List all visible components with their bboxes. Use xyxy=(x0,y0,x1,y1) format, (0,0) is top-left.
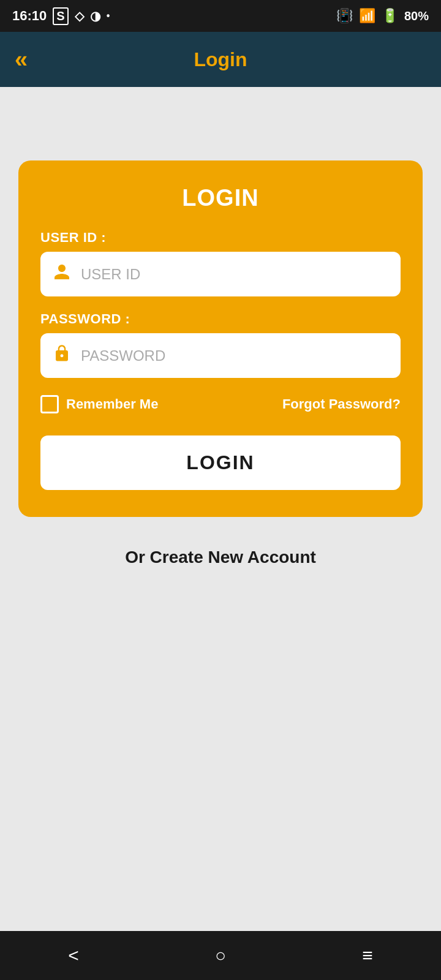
nav-back-button[interactable]: < xyxy=(68,945,79,966)
nav-menu-button[interactable]: ≡ xyxy=(362,945,373,966)
status-left: 16:10 S ◇ ◑ • xyxy=(12,7,110,25)
password-input[interactable] xyxy=(81,347,388,364)
main-content: LOGIN USER ID : PASSWORD : xyxy=(0,87,441,931)
diamond-icon: ◇ xyxy=(75,9,84,23)
forgot-password-link[interactable]: Forgot Password? xyxy=(282,396,401,412)
app-bar: « Login xyxy=(0,32,441,87)
user-icon xyxy=(53,263,71,285)
status-right: 📳 📶 🔋 80% xyxy=(336,8,429,24)
page-title: Login xyxy=(194,48,247,71)
login-button[interactable]: LOGIN xyxy=(40,435,401,490)
battery-percentage: 80% xyxy=(404,9,429,23)
options-row: Remember Me Forgot Password? xyxy=(40,395,401,413)
wifi-icon: 📶 xyxy=(359,8,375,24)
battery-icon: 🔋 xyxy=(382,8,398,24)
remember-me-container[interactable]: Remember Me xyxy=(40,395,158,413)
nav-home-button[interactable]: ○ xyxy=(215,945,226,966)
remember-me-checkbox[interactable] xyxy=(40,395,59,413)
dot-icon: • xyxy=(107,10,110,21)
create-account-text: Or Create New Account xyxy=(125,548,316,567)
vibrate-icon: 📳 xyxy=(336,8,353,24)
password-input-wrapper xyxy=(40,333,401,378)
bottom-nav: < ○ ≡ xyxy=(0,931,441,980)
time-display: 16:10 xyxy=(12,8,47,24)
user-id-input-wrapper xyxy=(40,252,401,296)
s-icon: S xyxy=(53,7,68,25)
lock-icon xyxy=(53,344,71,367)
user-id-input[interactable] xyxy=(81,266,388,283)
circle-half-icon: ◑ xyxy=(90,9,100,23)
login-card-title: LOGIN xyxy=(40,185,401,211)
password-label: PASSWORD : xyxy=(40,311,401,327)
remember-me-label: Remember Me xyxy=(66,396,158,412)
back-button[interactable]: « xyxy=(15,48,28,71)
status-bar: 16:10 S ◇ ◑ • 📳 📶 🔋 80% xyxy=(0,0,441,32)
login-card: LOGIN USER ID : PASSWORD : xyxy=(18,160,423,517)
user-id-label: USER ID : xyxy=(40,230,401,246)
